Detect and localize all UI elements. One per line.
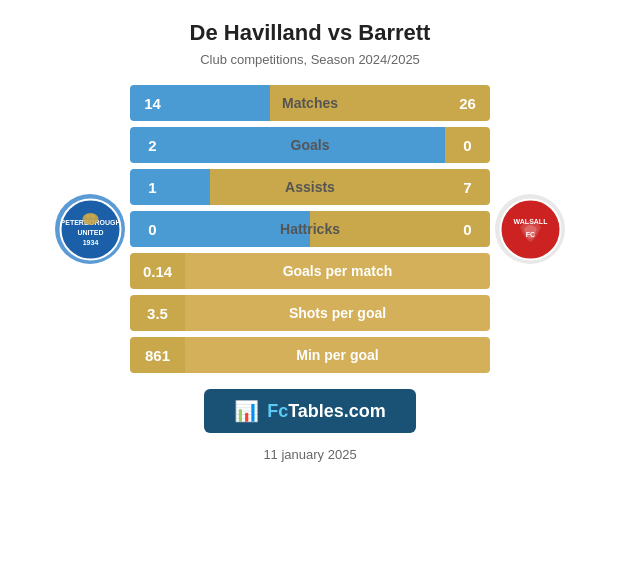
goals-label: Goals: [291, 137, 330, 153]
peterborough-svg: PETERBOROUGH UNITED 1934: [58, 197, 123, 262]
matches-label: Matches: [282, 95, 338, 111]
shots-per-goal-val: 3.5: [130, 295, 185, 331]
left-logo-circle: PETERBOROUGH UNITED 1934: [55, 194, 125, 264]
walsall-svg: WALSALL FC: [498, 197, 563, 262]
stat-row-goals-per-match: 0.14 Goals per match: [130, 253, 490, 289]
date-label: 11 january 2025: [263, 447, 356, 462]
main-content: PETERBOROUGH UNITED 1934 14 Matches: [10, 85, 610, 373]
chart-icon: 📊: [234, 399, 259, 423]
svg-point-6: [86, 214, 90, 218]
goals-bar: Goals: [175, 127, 445, 163]
shots-per-goal-label: Shots per goal: [185, 295, 490, 331]
hattricks-bar: Hattricks: [175, 211, 445, 247]
svg-point-7: [91, 214, 95, 218]
stat-row-goals: 2 Goals 0: [130, 127, 490, 163]
stats-column: 14 Matches 26 2 Goals 0 1: [130, 85, 490, 373]
hattricks-label: Hattricks: [280, 221, 340, 237]
svg-point-5: [82, 213, 98, 225]
stat-row-shots-per-goal: 3.5 Shots per goal: [130, 295, 490, 331]
fctables-banner: 📊 FcTables.com: [204, 389, 416, 433]
assists-right-val: 7: [445, 169, 490, 205]
svg-text:UNITED: UNITED: [77, 229, 103, 236]
stat-row-hattricks: 0 Hattricks 0: [130, 211, 490, 247]
right-club-logo: WALSALL FC: [490, 194, 570, 264]
matches-right-val: 26: [445, 85, 490, 121]
page-subtitle: Club competitions, Season 2024/2025: [200, 52, 420, 67]
matches-left-val: 14: [130, 85, 175, 121]
fctables-text: FcTables.com: [267, 401, 386, 422]
min-per-goal-label: Min per goal: [185, 337, 490, 373]
goals-per-match-val: 0.14: [130, 253, 185, 289]
assists-left-val: 1: [130, 169, 175, 205]
stat-row-assists: 1 Assists 7: [130, 169, 490, 205]
goals-per-match-label: Goals per match: [185, 253, 490, 289]
goals-left-val: 2: [130, 127, 175, 163]
left-club-logo: PETERBOROUGH UNITED 1934: [50, 194, 130, 264]
hattricks-right-val: 0: [445, 211, 490, 247]
stat-row-matches: 14 Matches 26: [130, 85, 490, 121]
right-logo-circle: WALSALL FC: [495, 194, 565, 264]
stat-row-min-per-goal: 861 Min per goal: [130, 337, 490, 373]
page-title: De Havilland vs Barrett: [190, 20, 431, 46]
svg-text:1934: 1934: [82, 239, 98, 246]
goals-right-val: 0: [445, 127, 490, 163]
hattricks-left-val: 0: [130, 211, 175, 247]
assists-bar: Assists: [175, 169, 445, 205]
min-per-goal-val: 861: [130, 337, 185, 373]
matches-bar: Matches: [175, 85, 445, 121]
assists-label: Assists: [285, 179, 335, 195]
page-wrapper: De Havilland vs Barrett Club competition…: [0, 0, 620, 580]
